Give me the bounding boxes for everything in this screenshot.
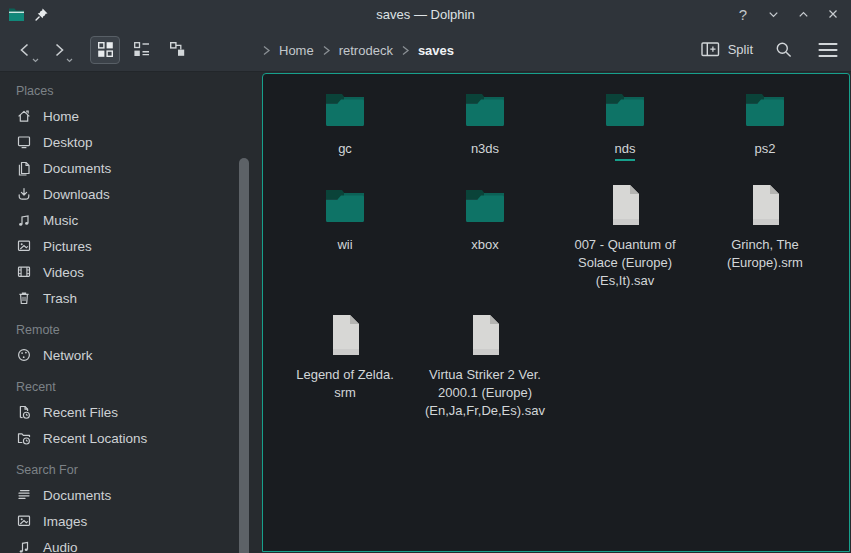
folder-icon: [321, 85, 369, 133]
item-label: Grinch, The: [727, 236, 803, 254]
item-label: n3ds: [471, 140, 499, 158]
search-documents-icon: [16, 487, 32, 503]
sidebar-item-documents[interactable]: Documents: [8, 155, 262, 181]
file-icon: [601, 181, 649, 229]
sidebar-item-search-documents[interactable]: Documents: [8, 482, 262, 508]
chevron-up-icon: [796, 7, 811, 22]
folder-item-wii[interactable]: wii: [275, 181, 415, 311]
section-title-recent: Recent: [16, 380, 262, 394]
folder-item-gc[interactable]: gc: [275, 85, 415, 181]
home-icon: [16, 108, 32, 124]
pin-icon[interactable]: [34, 7, 49, 22]
breadcrumb-home[interactable]: Home: [275, 41, 318, 60]
compact-view-button[interactable]: [126, 36, 156, 64]
item-label: srm: [296, 384, 394, 402]
chevron-down-icon: [766, 7, 781, 22]
sidebar-item-search-images[interactable]: Images: [8, 508, 262, 534]
sidebar-item-label: Recent Files: [43, 405, 118, 420]
folder-icon: [601, 85, 649, 133]
file-icon: [741, 181, 789, 229]
recent-locations-icon: [16, 430, 32, 446]
icons-view-icon: [97, 41, 114, 58]
toolbar: Home retrodeck saves Split: [0, 28, 851, 72]
file-icon: [461, 311, 509, 359]
item-label: xbox: [471, 236, 498, 254]
sidebar-scrollbar[interactable]: [239, 158, 249, 553]
sidebar-item-downloads[interactable]: Downloads: [8, 181, 262, 207]
file-item-legend-of-zelda[interactable]: Legend of Zelda. srm: [275, 311, 415, 402]
sidebar-item-videos[interactable]: Videos: [8, 259, 262, 285]
menu-button[interactable]: [815, 37, 841, 63]
sidebar-item-label: Documents: [43, 488, 111, 503]
sidebar-item-label: Network: [43, 348, 93, 363]
file-item-grinch-the[interactable]: Grinch, The (Europe).srm: [695, 181, 835, 311]
sidebar-item-music[interactable]: Music: [8, 207, 262, 233]
tree-view-icon: [169, 41, 186, 58]
sidebar-item-label: Trash: [43, 291, 77, 306]
search-icon: [774, 40, 794, 60]
sidebar-item-label: Pictures: [43, 239, 92, 254]
folder-view[interactable]: gc n3ds nds ps2 wii xbox 007 - Quantum o…: [262, 73, 850, 552]
sidebar-item-label: Downloads: [43, 187, 110, 202]
help-button[interactable]: ?: [733, 4, 753, 24]
breadcrumb-retrodeck[interactable]: retrodeck: [335, 41, 397, 60]
sidebar-item-search-audio[interactable]: Audio: [8, 534, 262, 553]
network-icon: [16, 347, 32, 363]
item-label: 2000.1 (Europe): [425, 384, 545, 402]
item-label: wii: [337, 236, 352, 254]
documents-icon: [16, 160, 32, 176]
folder-item-ps2[interactable]: ps2: [695, 85, 835, 181]
tree-view-button[interactable]: [162, 36, 192, 64]
chevron-right-icon: [401, 45, 410, 56]
folder-icon: [321, 181, 369, 229]
breadcrumb-saves[interactable]: saves: [414, 41, 458, 60]
folder-item-n3ds[interactable]: n3ds: [415, 85, 555, 181]
sidebar-item-trash[interactable]: Trash: [8, 285, 262, 311]
desktop-icon: [16, 134, 32, 150]
close-button[interactable]: [823, 4, 843, 24]
item-label: 007 - Quantum of: [574, 236, 675, 254]
hamburger-icon: [818, 42, 838, 58]
caret-down-icon: [65, 57, 74, 64]
breadcrumb: Home retrodeck saves: [262, 28, 458, 72]
minimize-button[interactable]: [763, 4, 783, 24]
sidebar-item-home[interactable]: Home: [8, 103, 262, 129]
split-button[interactable]: Split: [701, 42, 753, 57]
sidebar-item-label: Home: [43, 109, 79, 124]
sidebar-item-desktop[interactable]: Desktop: [8, 129, 262, 155]
window-folder-icon: [8, 7, 25, 22]
item-label: Legend of Zelda.: [296, 366, 394, 384]
back-button[interactable]: [10, 35, 40, 65]
trash-icon: [16, 290, 32, 306]
sidebar-item-label: Images: [43, 514, 87, 529]
videos-icon: [16, 264, 32, 280]
compact-view-icon: [133, 41, 150, 58]
split-button-label: Split: [728, 42, 753, 57]
file-item-virtua-striker-2[interactable]: Virtua Striker 2 Ver. 2000.1 (Europe) (E…: [415, 311, 555, 420]
folder-item-nds[interactable]: nds: [555, 85, 695, 181]
maximize-button[interactable]: [793, 4, 813, 24]
sidebar-item-pictures[interactable]: Pictures: [8, 233, 262, 259]
sidebar-item-label: Music: [43, 213, 78, 228]
folder-item-xbox[interactable]: xbox: [415, 181, 555, 311]
item-label: gc: [338, 140, 352, 158]
titlebar: saves — Dolphin ?: [0, 0, 851, 28]
chevron-right-icon: [322, 45, 331, 56]
section-title-search-for: Search For: [16, 463, 262, 477]
item-label: (Europe).srm: [727, 254, 803, 272]
item-label: Virtua Striker 2 Ver.: [425, 366, 545, 384]
item-label: (Es,It).sav: [574, 272, 675, 290]
file-item-007-quantum-of-solace[interactable]: 007 - Quantum of Solace (Europe) (Es,It)…: [555, 181, 695, 311]
item-label: Solace (Europe): [574, 254, 675, 272]
sidebar-item-network[interactable]: Network: [8, 342, 262, 368]
recent-files-icon: [16, 404, 32, 420]
forward-button[interactable]: [44, 35, 74, 65]
sidebar-item-recent-files[interactable]: Recent Files: [8, 399, 262, 425]
chevron-right-icon[interactable]: [262, 45, 271, 56]
folder-icon: [741, 85, 789, 133]
sidebar-item-label: Audio: [43, 540, 78, 553]
icons-view-button[interactable]: [90, 36, 120, 64]
search-button[interactable]: [771, 37, 797, 63]
item-label: nds: [615, 140, 636, 161]
sidebar-item-recent-locations[interactable]: Recent Locations: [8, 425, 262, 451]
